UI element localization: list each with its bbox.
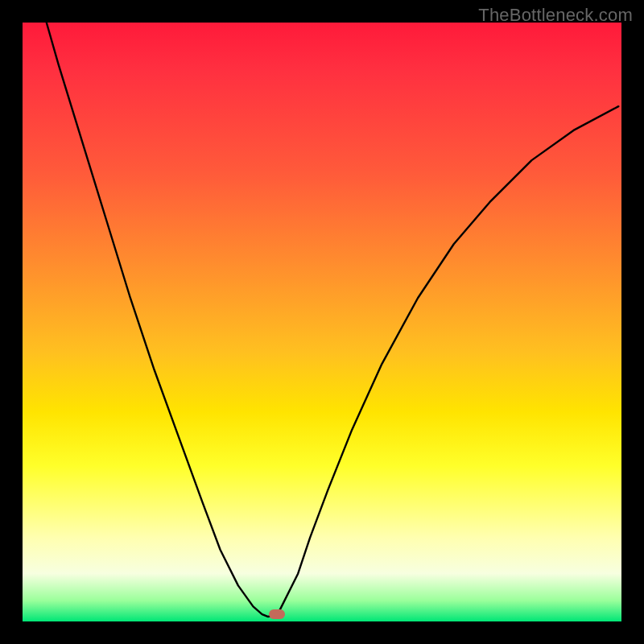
bottleneck-curve bbox=[47, 23, 619, 617]
watermark-text: TheBottleneck.com bbox=[478, 5, 633, 26]
chart-frame: TheBottleneck.com bbox=[0, 0, 644, 644]
curve-svg bbox=[23, 23, 621, 621]
minimum-marker bbox=[269, 609, 285, 619]
plot-area bbox=[23, 23, 621, 621]
